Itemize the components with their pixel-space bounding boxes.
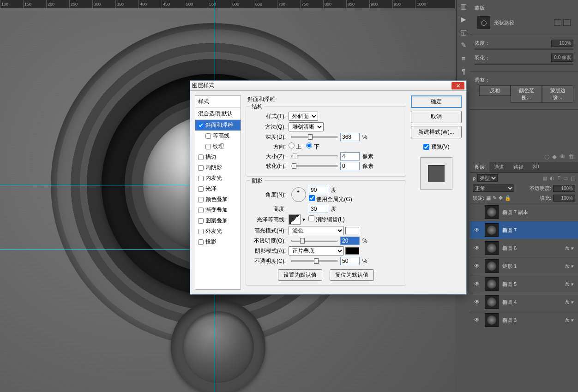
trash-icon[interactable]: 🗑 xyxy=(568,153,574,160)
highlight-color-swatch[interactable] xyxy=(345,227,359,234)
technique-select[interactable]: 雕刻清晰 xyxy=(289,122,324,131)
angle-input[interactable] xyxy=(309,186,328,194)
styles-header[interactable]: 样式 xyxy=(195,96,241,108)
layer-row[interactable]: 椭圆 7 副本 xyxy=(470,203,578,221)
altitude-input[interactable] xyxy=(309,205,328,213)
layer-row[interactable]: 👁矩形 1fx ▾ xyxy=(470,257,578,275)
visibility-eye-icon[interactable]: 👁 xyxy=(473,227,481,233)
lock-position-icon[interactable]: ✥ xyxy=(499,195,503,201)
layer-thumbnail[interactable] xyxy=(485,295,499,309)
shadow-opacity-slider[interactable] xyxy=(291,260,337,262)
filter-smart-icon[interactable]: ◫ xyxy=(571,175,575,181)
pixel-mask-icon[interactable] xyxy=(554,19,561,26)
style-item[interactable]: 外发光 xyxy=(195,226,241,237)
mask-edge-button[interactable]: 蒙版边缘... xyxy=(542,85,573,103)
style-item[interactable]: 等高线 xyxy=(195,131,241,141)
play-icon[interactable]: ▶ xyxy=(457,13,470,26)
reset-default-button[interactable]: 复位为默认值 xyxy=(330,269,374,281)
tab-paths[interactable]: 路径 xyxy=(509,162,528,172)
fx-indicator[interactable]: fx ▾ xyxy=(565,263,575,269)
filter-image-icon[interactable]: ▧ xyxy=(542,175,547,181)
style-item[interactable]: 纹理 xyxy=(195,141,241,152)
new-style-button[interactable]: 新建样式(W)... xyxy=(411,126,462,138)
feather-slider[interactable] xyxy=(475,64,573,65)
shadow-color-swatch[interactable] xyxy=(345,247,359,255)
layer-row[interactable]: 👁椭圆 6fx ▾ xyxy=(470,239,578,257)
layer-thumbnail[interactable] xyxy=(485,313,499,327)
tab-channels[interactable]: 通道 xyxy=(489,162,509,172)
size-slider[interactable] xyxy=(291,155,337,157)
soften-slider[interactable] xyxy=(291,165,337,167)
lock-transparency-icon[interactable]: ▦ xyxy=(486,195,491,201)
depth-slider[interactable] xyxy=(291,136,337,138)
layer-thumbnail[interactable] xyxy=(485,277,499,291)
opacity-value[interactable]: 100% xyxy=(553,185,575,192)
cancel-button[interactable]: 取消 xyxy=(411,111,462,123)
layer-thumbnail[interactable] xyxy=(485,241,499,255)
antialias-checkbox[interactable]: 消除锯齿(L) xyxy=(308,215,345,224)
layer-thumbnail[interactable] xyxy=(485,223,499,237)
navigator-icon[interactable]: ◱ xyxy=(457,26,470,39)
fx-indicator[interactable]: fx ▾ xyxy=(565,317,575,323)
direction-up-radio[interactable]: 上 xyxy=(289,143,301,151)
fx-indicator[interactable]: fx ▾ xyxy=(565,245,575,251)
vector-mask-icon[interactable] xyxy=(563,19,571,26)
tab-layers[interactable]: 图层 xyxy=(470,162,489,172)
direction-down-radio[interactable]: 下 xyxy=(306,143,319,151)
blending-options[interactable]: 混合选项:默认 xyxy=(195,108,241,120)
style-item[interactable]: 内阴影 xyxy=(195,162,241,173)
visibility-eye-icon[interactable]: 👁 xyxy=(473,281,481,287)
color-range-button[interactable]: 颜色范围... xyxy=(511,85,542,103)
dialog-titlebar[interactable]: 图层样式 ✕ xyxy=(190,81,466,91)
filter-type-icon[interactable]: T xyxy=(557,175,560,181)
style-item[interactable]: 图案叠加 xyxy=(195,215,241,226)
fx-indicator[interactable]: fx ▾ xyxy=(565,299,575,305)
style-type-select[interactable]: 外斜面 xyxy=(289,112,318,121)
highlight-mode-select[interactable]: 滤色 xyxy=(289,226,344,235)
shadow-mode-select[interactable]: 正片叠底 xyxy=(289,246,344,255)
fill-value[interactable]: 100% xyxy=(553,195,575,202)
filter-kind-select[interactable]: 类型 xyxy=(477,174,498,182)
visibility-eye-icon[interactable]: 👁 xyxy=(473,317,481,323)
layer-row[interactable]: 👁椭圆 7 xyxy=(470,221,578,239)
make-default-button[interactable]: 设置为默认值 xyxy=(278,269,322,281)
tab-3d[interactable]: 3D xyxy=(528,162,544,172)
highlight-opacity-input[interactable] xyxy=(340,237,360,245)
brush-icon[interactable]: ✎ xyxy=(457,39,470,52)
density-slider[interactable] xyxy=(475,48,573,50)
visibility-eye-icon[interactable]: 👁 xyxy=(473,245,481,251)
histogram-icon[interactable]: ▥ xyxy=(457,0,470,13)
filter-adjust-icon[interactable]: ◐ xyxy=(550,175,554,181)
feather-value[interactable]: 0.0 像素 xyxy=(551,53,573,62)
shadow-opacity-input[interactable] xyxy=(340,257,360,265)
style-item[interactable]: 斜面和浮雕 xyxy=(195,120,241,131)
visibility-eye-icon[interactable]: 👁 xyxy=(473,299,481,305)
layer-thumbnail[interactable] xyxy=(485,259,499,273)
blend-mode-select[interactable]: 正常 xyxy=(473,184,514,192)
lock-all-icon[interactable]: 🔒 xyxy=(505,195,511,201)
layer-thumbnail[interactable] xyxy=(485,205,499,219)
style-item[interactable]: 内发光 xyxy=(195,173,241,184)
size-input[interactable] xyxy=(340,152,360,160)
filter-shape-icon[interactable]: ▭ xyxy=(563,175,568,181)
style-item[interactable]: 投影 xyxy=(195,237,241,247)
eye-icon[interactable]: 👁 xyxy=(560,153,566,160)
style-item[interactable]: 描边 xyxy=(195,152,241,162)
preview-checkbox[interactable] xyxy=(423,144,429,150)
close-icon[interactable]: ✕ xyxy=(452,82,464,89)
soften-input[interactable] xyxy=(340,162,360,170)
style-item[interactable]: 颜色叠加 xyxy=(195,194,241,205)
lock-paint-icon[interactable]: ✎ xyxy=(493,195,497,201)
gloss-contour-picker[interactable] xyxy=(289,214,301,225)
adjustments-icon[interactable]: ≡ xyxy=(457,52,470,65)
fx-indicator[interactable]: fx ▾ xyxy=(565,281,575,287)
apply-mask-icon[interactable]: ◆ xyxy=(552,153,557,160)
style-item[interactable]: 光泽 xyxy=(195,184,241,194)
paragraph-icon[interactable]: ¶ xyxy=(457,65,470,77)
layer-row[interactable]: 👁椭圆 4fx ▾ xyxy=(470,293,578,311)
highlight-opacity-slider[interactable] xyxy=(291,240,337,242)
density-value[interactable]: 100% xyxy=(551,40,573,47)
style-item[interactable]: 渐变叠加 xyxy=(195,205,241,215)
visibility-eye-icon[interactable]: 👁 xyxy=(473,263,481,269)
angle-control[interactable] xyxy=(291,187,306,202)
